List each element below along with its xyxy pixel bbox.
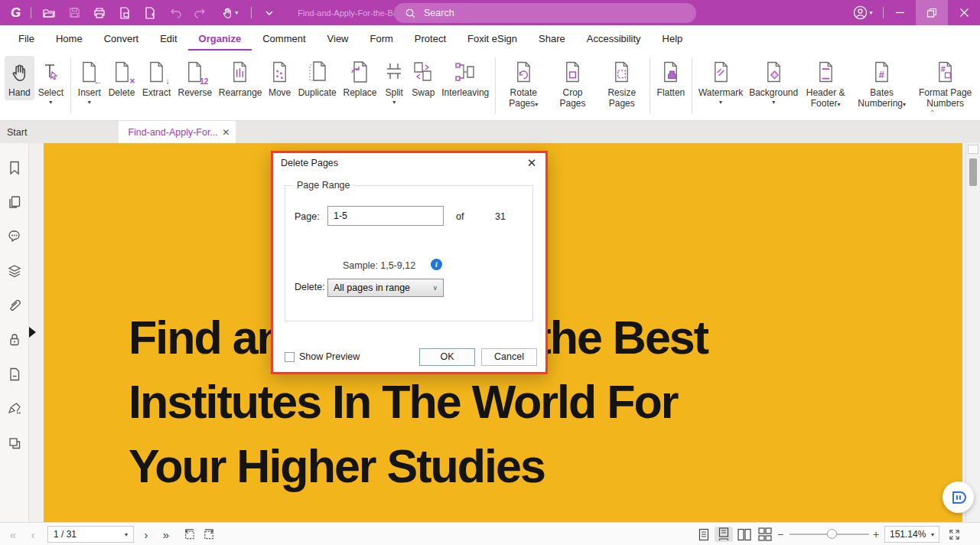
next-view-button[interactable] [200, 523, 217, 545]
bookmarks-panel-icon[interactable] [7, 160, 22, 175]
background-button[interactable]: Background ▾ [746, 56, 801, 108]
new-page-icon[interactable] [142, 5, 158, 21]
show-preview-checkbox[interactable]: Show Preview [285, 351, 360, 362]
navigation-sidebar [0, 143, 29, 522]
security-panel-icon[interactable] [7, 332, 22, 348]
insert-button[interactable]: ← Insert ▾ [74, 56, 105, 108]
page-number-combo[interactable]: 1 / 31 ▾ [47, 526, 134, 543]
delete-mode-dropdown[interactable]: All pages in range ∨ [327, 279, 444, 297]
move-button[interactable]: Move [265, 56, 295, 100]
menu-comment[interactable]: Comment [252, 27, 316, 51]
foxit-pdf-editor-window: G ▾ [0, 0, 980, 545]
close-button[interactable] [948, 0, 980, 25]
menu-organize[interactable]: Organize [188, 27, 252, 51]
rotate-pages-button[interactable]: Rotate Pages▾ [499, 56, 548, 113]
ai-assistant-button[interactable] [943, 481, 974, 513]
facing-view-button[interactable] [735, 527, 754, 542]
save-icon[interactable] [67, 5, 82, 21]
bates-numbering-button[interactable]: # Bates Numbering▾ [850, 56, 913, 113]
delete-button[interactable]: × Delete [105, 56, 138, 100]
next-page-button[interactable]: › [138, 523, 155, 545]
search-input[interactable]: Search [394, 3, 696, 23]
last-page-button[interactable]: » [158, 523, 174, 545]
extract-button[interactable]: ↓ Extract [138, 56, 174, 100]
tab-document[interactable]: Find-and-Apply-For... ✕ [119, 121, 236, 143]
vertical-scrollbar[interactable] [965, 143, 980, 522]
swap-button[interactable]: Swap [408, 56, 438, 100]
dialog-close-icon[interactable]: ✕ [524, 156, 539, 170]
replace-button[interactable]: Replace [340, 56, 380, 100]
divider [31, 7, 31, 18]
single-page-view-button[interactable] [695, 527, 713, 542]
insert-page-icon: ← [80, 58, 99, 86]
scrollbar-thumb[interactable] [969, 158, 977, 186]
duplicate-button[interactable]: Duplicate [295, 56, 340, 100]
snapshot-panel-icon[interactable] [7, 436, 22, 451]
menu-edit[interactable]: Edit [149, 27, 187, 51]
signature-panel-icon[interactable] [7, 401, 22, 416]
destinations-panel-icon[interactable] [7, 367, 22, 382]
menu-file[interactable]: File [8, 27, 45, 51]
dropdown-caret-icon: ▾ [772, 99, 775, 106]
menu-view[interactable]: View [317, 27, 360, 51]
page-range-input[interactable] [327, 206, 444, 226]
menu-foxit-esign[interactable]: Foxit eSign [457, 27, 528, 51]
pages-panel-icon[interactable] [7, 194, 22, 210]
checkbox-icon[interactable] [285, 352, 295, 362]
continuous-view-button[interactable] [715, 527, 733, 542]
resize-pages-button[interactable]: Resize Pages [597, 56, 646, 111]
layers-panel-icon[interactable] [7, 263, 22, 279]
attachments-panel-icon[interactable] [7, 298, 22, 313]
select-button[interactable]: Select ▾ [34, 56, 67, 108]
delete-label: Delete: [295, 282, 325, 292]
rearrange-button[interactable]: Rearrange [216, 56, 265, 100]
export-page-icon[interactable] [117, 5, 132, 21]
first-page-button[interactable]: « [5, 523, 21, 545]
chevron-down-icon[interactable] [262, 5, 277, 21]
tab-start[interactable]: Start [0, 121, 41, 143]
fullscreen-button[interactable] [946, 523, 962, 545]
zoom-out-button[interactable]: − [777, 523, 783, 545]
menu-help[interactable]: Help [652, 27, 694, 51]
document-tab-bar: Start Find-and-Apply-For... ✕ [0, 121, 980, 143]
comments-panel-icon[interactable] [7, 229, 22, 244]
continuous-facing-view-button[interactable] [756, 527, 774, 542]
zoom-in-button[interactable]: + [873, 523, 879, 545]
close-tab-icon[interactable]: ✕ [222, 127, 230, 138]
hand-tool-icon[interactable]: ▾ [218, 5, 241, 21]
menu-protect[interactable]: Protect [404, 27, 457, 51]
ok-button[interactable]: OK [419, 348, 475, 366]
flatten-button[interactable]: Flatten [653, 56, 689, 100]
print-icon[interactable] [92, 5, 107, 21]
menu-accessibility[interactable]: Accessibility [576, 27, 652, 51]
undo-icon[interactable] [168, 5, 183, 21]
zoom-slider-thumb[interactable] [827, 529, 837, 539]
restore-button[interactable] [916, 0, 948, 25]
previous-view-button[interactable] [181, 523, 197, 545]
info-icon[interactable]: i [431, 259, 442, 270]
expand-panel-handle[interactable] [29, 327, 36, 338]
zoom-level-combo[interactable]: 151.14% ▾ [884, 526, 939, 543]
split-button[interactable]: Split ▾ [380, 56, 408, 108]
previous-page-button[interactable]: ‹ [24, 523, 41, 545]
cancel-button[interactable]: Cancel [481, 348, 537, 366]
menu-home[interactable]: Home [45, 27, 93, 51]
crop-pages-button[interactable]: Crop Pages [548, 56, 597, 111]
collapse-ribbon-icon[interactable]: ⌃ [930, 109, 936, 117]
menu-convert[interactable]: Convert [93, 27, 150, 51]
hand-button[interactable]: Hand [5, 56, 34, 100]
redo-icon[interactable] [193, 5, 208, 21]
header-footer-button[interactable]: Header & Footer▾ [801, 56, 850, 113]
menu-form[interactable]: Form [360, 27, 404, 51]
account-menu[interactable]: ▾ [843, 0, 883, 25]
reverse-button[interactable]: 12 Reverse [174, 56, 216, 100]
open-folder-icon[interactable] [41, 5, 57, 21]
menu-share[interactable]: Share [528, 27, 576, 51]
search-placeholder: Search [424, 8, 454, 18]
scroll-up-button[interactable] [968, 145, 978, 154]
watermark-button[interactable]: Watermark ▾ [695, 56, 746, 108]
watermark-icon [711, 58, 731, 86]
format-page-numbers-button[interactable]: # Format Page Numbers [913, 56, 977, 111]
interleaving-button[interactable]: Interleaving [438, 56, 492, 100]
minimize-button[interactable] [884, 0, 916, 25]
